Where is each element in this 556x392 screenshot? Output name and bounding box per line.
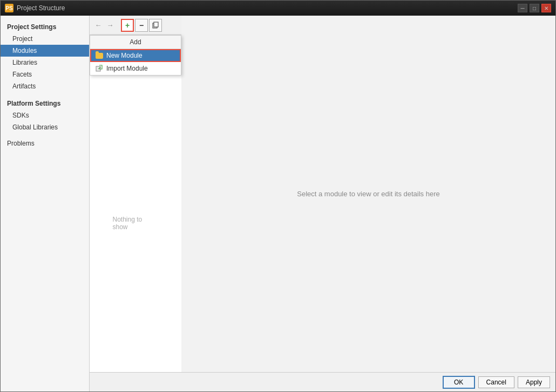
window-controls: ─ □ ✕ [518, 4, 551, 12]
sidebar-item-global-libraries[interactable]: Global Libraries [1, 121, 89, 133]
new-module-item[interactable]: New Module [90, 49, 181, 62]
sidebar-item-facets[interactable]: Facets [1, 68, 89, 80]
title-bar: PS Project Structure ─ □ ✕ [1, 1, 555, 16]
cancel-button[interactable]: Cancel [478, 376, 514, 388]
modules-area: ← → + − Add [90, 16, 555, 372]
sidebar-item-libraries[interactable]: Libraries [1, 57, 89, 68]
close-button[interactable]: ✕ [541, 4, 551, 12]
nav-buttons: ← → [93, 20, 116, 31]
platform-settings-heading: Platform Settings [1, 97, 89, 109]
remove-button[interactable]: − [135, 19, 148, 32]
toolbar: ← → + − [90, 16, 181, 35]
dropdown-header: Add [90, 36, 181, 49]
import-module-item[interactable]: Import Module [90, 62, 181, 75]
modules-container: ← → + − Add [90, 16, 181, 372]
back-button[interactable]: ← [93, 20, 104, 31]
copy-button[interactable] [149, 19, 162, 32]
detail-area: Select a module to view or edit its deta… [181, 16, 555, 372]
forward-button[interactable]: → [105, 20, 116, 31]
content-area: Project Settings Project Modules Librari… [1, 16, 555, 391]
svg-rect-6 [154, 22, 158, 27]
nothing-to-show-label: Nothing to show [113, 216, 159, 231]
sidebar-item-project[interactable]: Project [1, 33, 89, 45]
import-icon [96, 65, 103, 72]
select-module-placeholder: Select a module to view or edit its deta… [297, 190, 439, 198]
copy-icon [152, 22, 159, 29]
project-settings-heading: Project Settings [1, 20, 89, 33]
window-title: Project Structure [17, 4, 65, 12]
sidebar-item-modules[interactable]: Modules [1, 45, 89, 57]
sidebar-item-problems[interactable]: Problems [1, 137, 89, 149]
minimize-button[interactable]: ─ [518, 4, 527, 12]
add-button[interactable]: + [121, 19, 134, 32]
bottom-bar: OK Cancel Apply [90, 372, 555, 391]
modules-list: Nothing to show [90, 74, 181, 372]
sidebar: Project Settings Project Modules Librari… [1, 16, 90, 391]
folder-icon [96, 53, 103, 59]
title-bar-left: PS Project Structure [5, 4, 65, 12]
project-structure-window: PS Project Structure ─ □ ✕ Project Setti… [0, 0, 556, 392]
sidebar-item-sdks[interactable]: SDKs [1, 109, 89, 121]
main-area: ← → + − Add [90, 16, 555, 391]
ok-button[interactable]: OK [443, 376, 475, 389]
sidebar-item-artifacts[interactable]: Artifacts [1, 80, 89, 92]
add-dropdown: Add New Module Import Module [90, 35, 181, 75]
app-icon: PS [5, 4, 13, 12]
restore-button[interactable]: □ [530, 4, 539, 12]
apply-button[interactable]: Apply [518, 376, 550, 388]
